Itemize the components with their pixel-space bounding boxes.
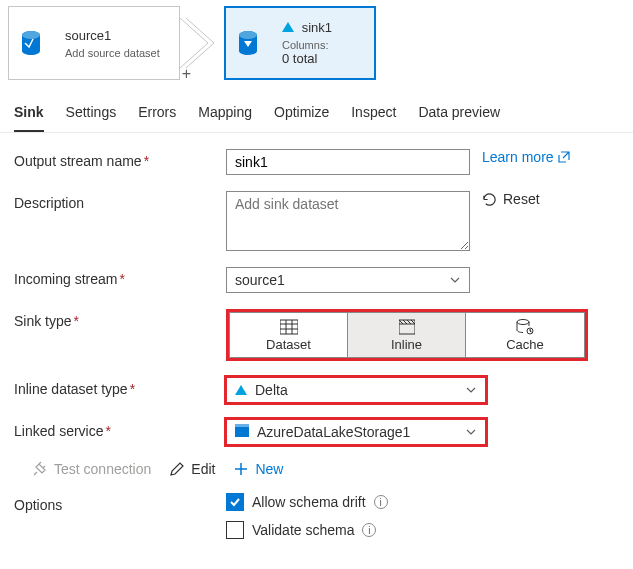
svg-rect-4: [280, 320, 298, 334]
sink-type-label: Sink type*: [14, 309, 226, 329]
tab-data-preview[interactable]: Data preview: [418, 98, 500, 132]
cache-icon: [516, 319, 534, 335]
tab-settings[interactable]: Settings: [66, 98, 117, 132]
tab-sink[interactable]: Sink: [14, 98, 44, 132]
new-button[interactable]: New: [233, 461, 283, 477]
checkbox-icon: [226, 521, 244, 539]
reset-button[interactable]: Reset: [482, 191, 540, 207]
tab-optimize[interactable]: Optimize: [274, 98, 329, 132]
source-node[interactable]: source1 Add source dataset +: [8, 6, 180, 80]
tab-bar: Sink Settings Errors Mapping Optimize In…: [0, 90, 633, 133]
sink-node[interactable]: sink1 Columns: 0 total: [224, 6, 376, 80]
pipeline-canvas: source1 Add source dataset + sink1 Colum…: [0, 0, 633, 90]
output-stream-label: Output stream name*: [14, 149, 226, 169]
info-icon[interactable]: i: [362, 523, 376, 537]
source-title: source1: [65, 28, 160, 43]
refresh-icon: [482, 192, 497, 207]
database-icon: [226, 8, 270, 78]
validate-schema-check[interactable]: Validate schema i: [226, 521, 388, 539]
tab-mapping[interactable]: Mapping: [198, 98, 252, 132]
linked-service-label: Linked service*: [14, 419, 226, 439]
description-label: Description: [14, 191, 226, 211]
info-icon[interactable]: i: [374, 495, 388, 509]
svg-point-3: [239, 31, 257, 39]
database-icon: [9, 7, 53, 79]
sink-columns-label: Columns:: [282, 39, 332, 51]
source-subtitle: Add source dataset: [65, 47, 160, 59]
description-input[interactable]: [226, 191, 470, 251]
sink-columns-value: 0 total: [282, 51, 332, 66]
edit-button[interactable]: Edit: [169, 461, 215, 477]
incoming-stream-select[interactable]: source1: [226, 267, 470, 293]
plug-icon: [32, 461, 48, 477]
chevron-down-icon: [465, 384, 477, 396]
plus-icon: [233, 461, 249, 477]
linked-service-select[interactable]: AzureDataLakeStorage1: [226, 419, 486, 445]
pencil-icon: [169, 461, 185, 477]
chevron-down-icon: [449, 274, 461, 286]
checkbox-checked-icon: [226, 493, 244, 511]
delta-icon: [282, 22, 294, 32]
sink-type-inline[interactable]: Inline: [348, 313, 466, 357]
tab-errors[interactable]: Errors: [138, 98, 176, 132]
sink-title: sink1: [282, 20, 332, 35]
delta-icon: [235, 385, 247, 395]
tab-inspect[interactable]: Inspect: [351, 98, 396, 132]
output-stream-input[interactable]: [226, 149, 470, 175]
svg-point-6: [517, 319, 529, 324]
allow-drift-check[interactable]: Allow schema drift i: [226, 493, 388, 511]
learn-more-link[interactable]: Learn more: [482, 149, 570, 165]
external-link-icon: [558, 151, 570, 163]
storage-icon: [235, 427, 249, 437]
incoming-stream-label: Incoming stream*: [14, 267, 226, 287]
options-label: Options: [14, 493, 226, 513]
inline-icon: [399, 319, 415, 335]
sink-form: Output stream name* Learn more Descripti…: [0, 133, 633, 569]
inline-type-select[interactable]: Delta: [226, 377, 486, 403]
svg-point-1: [22, 31, 40, 39]
inline-type-label: Inline dataset type*: [14, 377, 226, 397]
sink-type-segmented: Dataset Inline Cache: [229, 312, 585, 358]
plus-icon[interactable]: +: [182, 65, 191, 83]
test-connection-button: Test connection: [32, 461, 151, 477]
sink-type-cache[interactable]: Cache: [466, 313, 584, 357]
table-icon: [280, 319, 298, 335]
chevron-down-icon: [465, 426, 477, 438]
sink-type-dataset[interactable]: Dataset: [230, 313, 348, 357]
